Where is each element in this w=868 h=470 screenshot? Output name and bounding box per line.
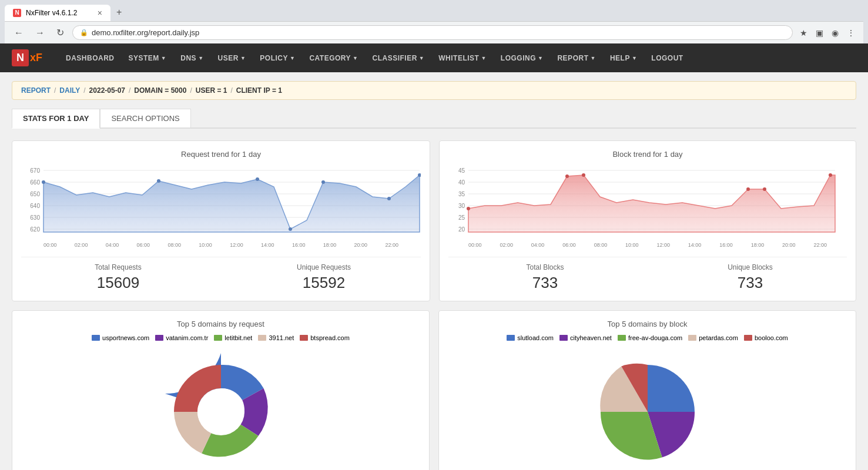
x-label: 00:00 — [468, 242, 482, 248]
x-label: 16:00 — [719, 242, 733, 248]
bookmark-star-button[interactable]: ★ — [797, 27, 810, 39]
x-label: 18:00 — [751, 242, 765, 248]
legend-item-petardas: petardas.com — [688, 334, 738, 341]
back-button[interactable]: ← — [11, 26, 27, 39]
refresh-button[interactable]: ↻ — [53, 26, 68, 39]
svg-text:660: 660 — [30, 179, 40, 186]
legend-color-b4 — [688, 335, 696, 341]
breadcrumb-sep-5: / — [230, 86, 232, 95]
legend-label-b1: slutload.com — [517, 334, 554, 341]
x-label: 08:00 — [594, 242, 608, 248]
nav-category[interactable]: CATEGORY ▼ — [303, 51, 364, 66]
nav-policy[interactable]: POLICY ▼ — [254, 51, 301, 66]
unique-blocks-value: 733 — [653, 274, 847, 292]
legend-label-4: 3911.net — [269, 334, 294, 341]
top-domains-request-title: Top 5 domains by request — [21, 320, 420, 328]
block-trend-svg: 45 40 35 30 25 20 — [448, 164, 836, 241]
pie-charts-row: Top 5 domains by request usportnews.com … — [12, 310, 856, 470]
legend-item-usportnews: usportnews.com — [92, 334, 149, 341]
block-legend: slutload.com cityheaven.net free-av-doug… — [448, 334, 847, 341]
x-label: 20:00 — [782, 242, 796, 248]
browser-tabs: N NxFilter v4.6.1.2 × + — [5, 4, 863, 21]
breadcrumb-client-ip: CLIENT IP = 1 — [236, 86, 282, 95]
x-label: 02:00 — [75, 242, 88, 248]
svg-text:630: 630 — [30, 214, 40, 221]
nav-system[interactable]: SYSTEM ▼ — [123, 51, 173, 66]
forward-button[interactable]: → — [32, 26, 48, 39]
profile-button[interactable]: ◉ — [829, 27, 841, 39]
x-label: 04:00 — [531, 242, 545, 248]
breadcrumb-date: 2022-05-07 — [89, 86, 125, 95]
x-label: 12:00 — [656, 242, 670, 248]
browser-toolbar-icons: ★ ▣ ◉ ⋮ — [797, 27, 857, 39]
legend-color-2 — [155, 335, 163, 341]
unique-blocks-stat: Unique Blocks 733 — [653, 263, 847, 292]
nav-logout[interactable]: LOGOUT — [645, 51, 689, 66]
nav-menu: DASHBOARD SYSTEM ▼ DNS ▼ USER ▼ POLICY ▼… — [60, 51, 689, 66]
x-label: 08:00 — [167, 242, 181, 248]
active-tab: N NxFilter v4.6.1.2 × — [5, 5, 110, 21]
legend-item-vatanim: vatanim.com.tr — [155, 334, 208, 341]
x-label: 18:00 — [323, 242, 337, 248]
legend-color-5 — [300, 335, 308, 341]
legend-color-4 — [258, 335, 266, 341]
legend-color-3 — [214, 335, 222, 341]
breadcrumb-sep-1: / — [54, 86, 56, 95]
tab-close-button[interactable]: × — [98, 8, 102, 18]
top-domains-request-panel: Top 5 domains by request usportnews.com … — [12, 310, 430, 470]
total-blocks-stat: Total Blocks 733 — [448, 263, 642, 292]
legend-color-b5 — [744, 335, 752, 341]
tab-stats[interactable]: STATS FOR 1 DAY — [12, 109, 100, 129]
logo-n: N — [12, 49, 29, 66]
svg-text:35: 35 — [458, 191, 465, 197]
nav-dashboard[interactable]: DASHBOARD — [60, 51, 120, 66]
legend-color-b2 — [559, 335, 568, 341]
x-label: 20:00 — [354, 242, 368, 248]
nav-logging[interactable]: LOGGING ▼ — [495, 51, 549, 66]
svg-point-16 — [321, 180, 325, 184]
caret-icon: ▼ — [290, 55, 295, 61]
x-label: 14:00 — [261, 242, 274, 248]
menu-button[interactable]: ⋮ — [844, 27, 857, 39]
legend-label-b4: petardas.com — [699, 334, 738, 341]
new-tab-button[interactable]: + — [110, 4, 128, 21]
nav-classifier[interactable]: CLASSIFIER ▼ — [367, 51, 431, 66]
svg-point-34 — [746, 187, 750, 191]
tab-search-options[interactable]: SEARCH OPTIONS — [100, 109, 190, 127]
breadcrumb-report[interactable]: REPORT — [21, 86, 51, 95]
logo-xf: xF — [30, 52, 42, 64]
nav-user[interactable]: USER ▼ — [212, 51, 252, 66]
request-pie-container — [21, 347, 420, 470]
breadcrumb-daily[interactable]: DAILY — [59, 86, 80, 95]
svg-point-35 — [763, 187, 766, 191]
block-stats-row: Total Blocks 733 Unique Blocks 733 — [448, 257, 847, 292]
nav-dns[interactable]: DNS ▼ — [175, 51, 209, 66]
caret-icon: ▼ — [419, 55, 424, 61]
nav-whitelist[interactable]: WHITELIST ▼ — [433, 51, 492, 66]
svg-point-33 — [582, 173, 585, 177]
app-header: N xF DASHBOARD SYSTEM ▼ DNS ▼ USER ▼ POL… — [0, 43, 868, 72]
address-bar[interactable]: 🔒 demo.nxfilter.org/report.daily.jsp — [72, 25, 793, 40]
tab-favicon: N — [13, 9, 21, 17]
legend-item-btspread: btspread.com — [300, 334, 350, 341]
total-requests-label: Total Requests — [21, 263, 215, 271]
request-trend-svg: 670 660 650 640 630 620 — [21, 164, 421, 241]
legend-label-5: btspread.com — [310, 334, 350, 341]
caret-icon: ▼ — [161, 55, 166, 61]
x-label: 12:00 — [230, 242, 243, 248]
legend-item-freeav: free-av-douga.com — [618, 334, 682, 341]
svg-point-13 — [157, 179, 160, 183]
x-label: 02:00 — [500, 242, 513, 248]
svg-text:25: 25 — [458, 214, 465, 221]
legend-color-b1 — [507, 335, 515, 341]
page-content: REPORT / DAILY / 2022-05-07 / DOMAIN = 5… — [0, 72, 868, 470]
extensions-button[interactable]: ▣ — [813, 27, 826, 39]
x-label: 10:00 — [199, 242, 212, 248]
legend-label-3: letitbit.net — [224, 334, 252, 341]
x-label: 16:00 — [292, 242, 306, 248]
nav-report[interactable]: REPORT ▼ — [551, 51, 601, 66]
svg-point-31 — [467, 207, 470, 210]
nav-help[interactable]: HELP ▼ — [604, 51, 643, 66]
block-trend-panel: Block trend for 1 day 45 40 35 30 25 20 — [439, 140, 856, 301]
legend-item-cityheaven: cityheaven.net — [559, 334, 612, 341]
